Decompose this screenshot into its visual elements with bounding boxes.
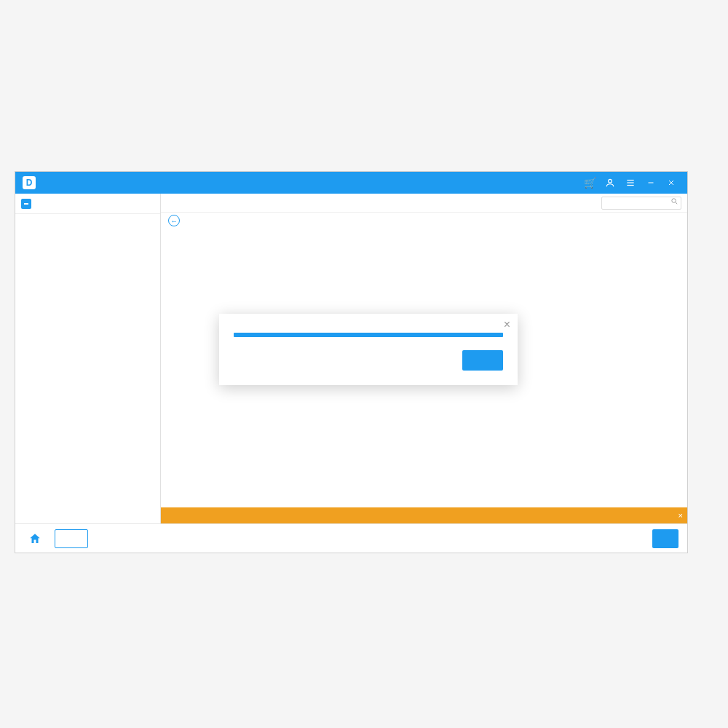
minimize-icon[interactable] bbox=[642, 174, 660, 191]
search-input[interactable] bbox=[601, 197, 681, 210]
svg-line-8 bbox=[676, 202, 677, 204]
select-all-row[interactable] bbox=[15, 194, 160, 214]
sidebar-section-third-party bbox=[15, 214, 160, 221]
app-logo-icon: D bbox=[23, 176, 36, 189]
back-button[interactable] bbox=[55, 529, 88, 548]
home-icon[interactable] bbox=[24, 529, 46, 548]
titlebar: D 🛒 bbox=[15, 172, 687, 194]
svg-point-7 bbox=[672, 199, 676, 203]
back-arrow-icon[interactable]: ← bbox=[168, 215, 180, 226]
banner-close-icon[interactable]: × bbox=[678, 511, 683, 520]
close-icon[interactable] bbox=[662, 174, 680, 191]
modal-ok-button[interactable] bbox=[462, 350, 503, 371]
recover-to-pc-button[interactable] bbox=[652, 529, 678, 548]
app-window: D 🛒 bbox=[15, 171, 688, 553]
cart-icon[interactable]: 🛒 bbox=[581, 174, 598, 191]
footer bbox=[15, 523, 687, 553]
success-modal: × bbox=[219, 314, 518, 385]
sidebar-tree bbox=[15, 214, 160, 523]
sidebar bbox=[15, 194, 161, 523]
svg-point-0 bbox=[609, 179, 612, 183]
info-banner: × bbox=[161, 507, 687, 523]
modal-close-icon[interactable]: × bbox=[504, 318, 510, 331]
search-icon[interactable] bbox=[670, 197, 678, 207]
user-icon[interactable] bbox=[601, 174, 619, 191]
progress-bar bbox=[234, 333, 503, 337]
select-all-checkbox-icon[interactable] bbox=[21, 199, 31, 209]
menu-icon[interactable] bbox=[622, 174, 639, 191]
search-row bbox=[161, 194, 687, 213]
